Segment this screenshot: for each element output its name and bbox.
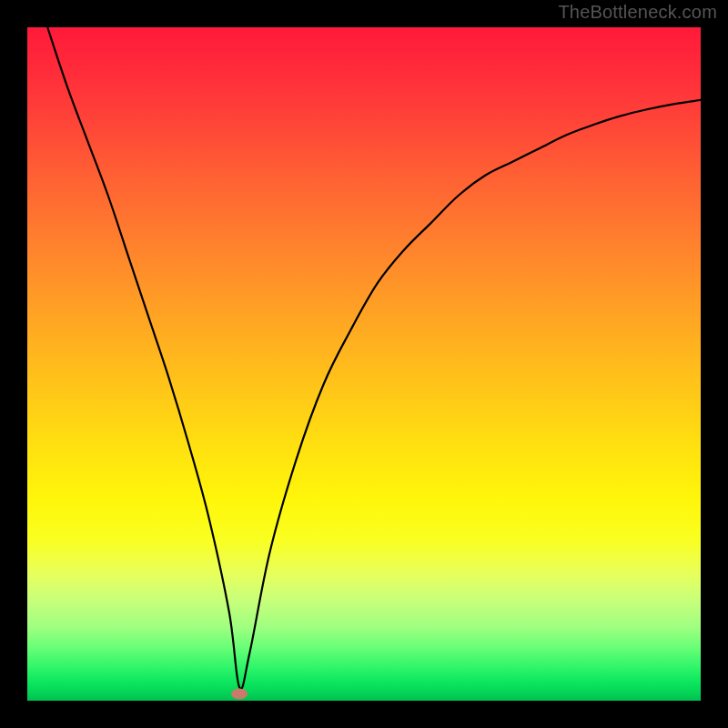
watermark-text: TheBottleneck.com [558, 2, 717, 23]
optimum-marker [231, 689, 248, 700]
bottleneck-curve [47, 27, 701, 689]
plot-area [27, 27, 701, 701]
chart-svg [27, 27, 701, 701]
